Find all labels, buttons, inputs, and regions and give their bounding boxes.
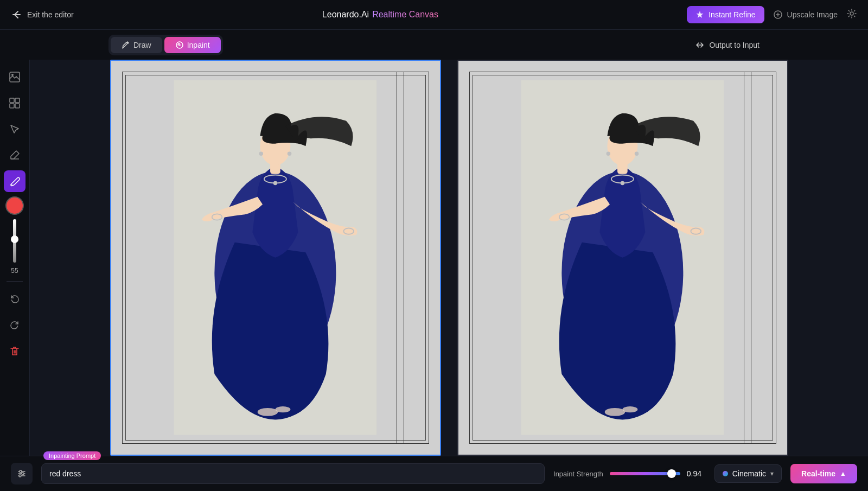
draw-inpaint-toggle: Draw Inpaint [108, 35, 223, 55]
output-canvas-panel[interactable] [457, 60, 788, 456]
svg-rect-10 [15, 104, 20, 108]
prompt-input[interactable] [41, 463, 545, 484]
svg-point-35 [605, 408, 625, 416]
output-to-input-label: Output to Input [709, 41, 760, 49]
left-sidebar: 55 [0, 60, 30, 456]
input-fashion-image [111, 61, 440, 455]
sparkle-icon [695, 10, 704, 19]
brand-title: Leonardo.Ai Realtime Canvas [322, 10, 438, 20]
eraser-tool-button[interactable] [4, 144, 25, 166]
strength-value: 0.94 [687, 469, 706, 478]
exit-editor-btn[interactable]: Exit the editor [11, 9, 74, 20]
bottom-bar: Inpainting Prompt Inpaint Strength 0.94 … [0, 456, 868, 491]
svg-point-4 [178, 44, 181, 46]
svg-point-2 [850, 12, 853, 15]
sidebar-divider [7, 281, 23, 282]
toolbar-row: Draw Inpaint Output to Input [0, 30, 868, 60]
trash-icon [9, 346, 20, 356]
svg-point-12 [10, 184, 12, 186]
brush-tool-button[interactable] [4, 170, 25, 192]
back-arrow-icon [11, 9, 22, 20]
upscale-image-button[interactable]: Upscale Image [773, 10, 838, 20]
strength-slider[interactable] [610, 468, 680, 479]
draw-icon [122, 41, 130, 49]
inpaint-label: Inpaint [187, 41, 210, 49]
style-dot [723, 471, 728, 476]
inpaint-icon [175, 41, 184, 49]
svg-point-32 [621, 181, 624, 185]
style-selector[interactable]: Cinematic ▾ [714, 464, 782, 483]
canvas-area [30, 60, 868, 456]
fashion-figure-svg [144, 80, 407, 435]
undo-button[interactable] [4, 288, 25, 310]
draw-label: Draw [133, 41, 151, 49]
product-name: Realtime Canvas [372, 10, 438, 20]
output-fashion-image [458, 61, 787, 455]
top-bar-right: Instant Refine Upscale Image [687, 6, 857, 23]
select-icon [9, 123, 21, 135]
instant-refine-label: Instant Refine [709, 10, 755, 19]
realtime-chevron-icon: ▲ [840, 470, 846, 477]
svg-point-36 [622, 406, 637, 412]
image-icon [9, 71, 21, 83]
redo-button[interactable] [4, 314, 25, 336]
image-tool-button[interactable] [4, 66, 25, 88]
prompt-badge: Inpainting Prompt [43, 451, 101, 460]
svg-rect-8 [15, 98, 20, 103]
gear-icon [846, 8, 857, 19]
strength-handle [667, 469, 676, 478]
inpaint-button[interactable]: Inpaint [164, 37, 221, 53]
prompt-section: Inpainting Prompt [41, 463, 545, 484]
inpaint-strength-label: Inpaint Strength [553, 470, 603, 478]
redo-icon [9, 320, 20, 330]
style-label: Cinematic [732, 469, 766, 478]
svg-point-23 [258, 408, 278, 416]
input-canvas-panel[interactable] [110, 60, 441, 456]
svg-point-37 [607, 152, 610, 156]
exit-label: Exit the editor [27, 10, 74, 19]
top-bar: Exit the editor Leonardo.Ai Realtime Can… [0, 0, 868, 30]
undo-icon [9, 294, 20, 304]
output-to-input-button[interactable]: Output to Input [695, 40, 760, 50]
realtime-button[interactable]: Real-time ▲ [790, 464, 857, 483]
grid-tool-button[interactable] [4, 92, 25, 114]
strength-track [610, 472, 680, 475]
svg-point-26 [288, 152, 291, 156]
svg-point-43 [22, 473, 24, 475]
brush-size-handle [11, 235, 18, 243]
upscale-label: Upscale Image [787, 10, 838, 19]
svg-point-44 [19, 475, 21, 477]
brand-name: Leonardo.Ai [322, 10, 369, 20]
output-fashion-figure-svg [491, 80, 754, 435]
output-input-icon [695, 40, 705, 50]
svg-point-20 [273, 181, 277, 185]
settings-button[interactable] [846, 8, 857, 22]
inpaint-strength-section: Inpaint Strength 0.94 [553, 468, 706, 479]
eraser-icon [9, 149, 21, 161]
draw-button[interactable]: Draw [111, 37, 162, 53]
sliders-icon [17, 469, 27, 479]
bottom-settings-button[interactable] [11, 463, 33, 484]
svg-point-42 [20, 470, 22, 473]
realtime-label: Real-time [801, 469, 835, 478]
size-value: 55 [11, 267, 18, 275]
select-tool-button[interactable] [4, 118, 25, 140]
brush-icon [9, 175, 21, 187]
trash-button[interactable] [4, 340, 25, 362]
svg-rect-9 [10, 104, 14, 108]
grid-icon [9, 97, 21, 109]
svg-rect-7 [10, 98, 14, 103]
svg-point-38 [635, 152, 639, 156]
color-swatch[interactable] [5, 196, 24, 215]
instant-refine-button[interactable]: Instant Refine [687, 6, 764, 23]
brush-size-slider[interactable] [13, 219, 16, 263]
upscale-icon [773, 10, 783, 20]
svg-point-24 [275, 406, 290, 412]
main-content: 55 [0, 60, 868, 456]
chevron-down-icon: ▾ [770, 470, 774, 477]
svg-point-25 [259, 152, 263, 156]
